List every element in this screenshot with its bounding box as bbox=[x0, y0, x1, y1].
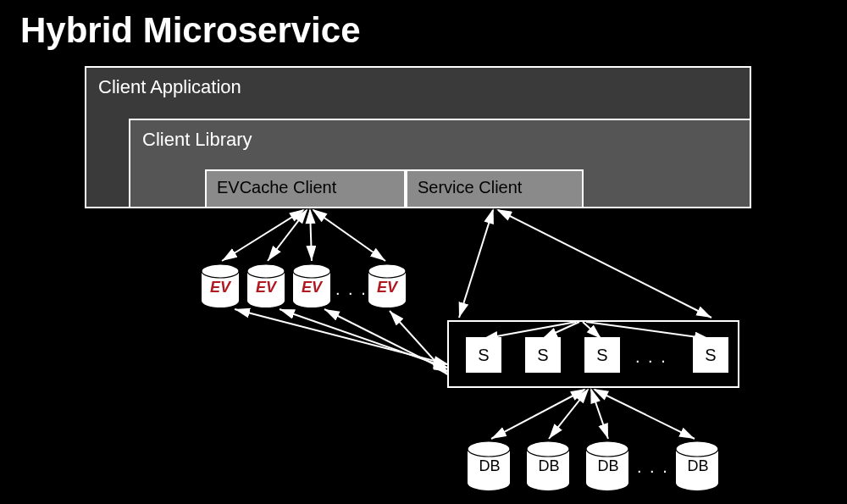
svg-line-34 bbox=[235, 309, 447, 364]
svg-point-0 bbox=[202, 294, 239, 307]
svg-line-26 bbox=[310, 210, 312, 261]
svg-rect-4 bbox=[247, 271, 285, 301]
service-client-label: Service Client bbox=[418, 178, 522, 197]
svg-point-14 bbox=[468, 441, 510, 457]
service-node: S bbox=[693, 337, 728, 373]
svg-point-20 bbox=[586, 441, 628, 457]
svg-line-29 bbox=[498, 210, 711, 318]
svg-point-18 bbox=[586, 475, 628, 490]
svg-rect-10 bbox=[368, 271, 406, 301]
ev-node-label: EV bbox=[302, 279, 322, 296]
ev-node-label: EV bbox=[256, 279, 276, 296]
svg-rect-13 bbox=[468, 449, 510, 483]
ev-node-label: EV bbox=[377, 279, 397, 296]
svg-line-28 bbox=[459, 210, 493, 318]
db-node-label: DB bbox=[536, 457, 562, 475]
svg-point-17 bbox=[527, 441, 569, 457]
ev-node-label: EV bbox=[210, 279, 230, 296]
svg-point-6 bbox=[293, 294, 330, 307]
ellipsis: . . . bbox=[635, 347, 667, 367]
client-application-label: Client Application bbox=[98, 76, 241, 97]
db-node-label: DB bbox=[477, 457, 502, 475]
svg-point-15 bbox=[527, 475, 569, 490]
ev-cylinder-3 bbox=[293, 264, 330, 307]
service-node: S bbox=[525, 337, 561, 373]
svg-rect-19 bbox=[586, 449, 628, 483]
svg-point-2 bbox=[202, 264, 239, 278]
db-cylinder-1 bbox=[468, 441, 510, 490]
svg-point-11 bbox=[368, 264, 406, 278]
svg-point-23 bbox=[676, 441, 718, 457]
svg-line-25 bbox=[268, 210, 307, 261]
ev-cylinder-2 bbox=[247, 264, 285, 307]
service-node-label: S bbox=[705, 346, 716, 365]
service-node: S bbox=[584, 337, 620, 373]
service-node-label: S bbox=[537, 346, 548, 365]
db-cylinder-2 bbox=[527, 441, 569, 490]
svg-point-3 bbox=[247, 294, 285, 307]
svg-line-27 bbox=[313, 210, 385, 261]
svg-line-40 bbox=[591, 390, 608, 439]
svg-point-12 bbox=[468, 475, 510, 490]
db-cylinder-4 bbox=[676, 441, 718, 490]
service-node-label: S bbox=[596, 346, 607, 365]
svg-point-8 bbox=[293, 264, 330, 278]
service-client-box: Service Client bbox=[406, 169, 584, 208]
svg-line-37 bbox=[390, 311, 447, 374]
svg-line-39 bbox=[549, 390, 588, 439]
svg-point-9 bbox=[368, 294, 406, 307]
svg-point-5 bbox=[247, 264, 285, 278]
svg-rect-16 bbox=[527, 449, 569, 483]
ev-cylinder-4 bbox=[368, 264, 406, 307]
svg-line-35 bbox=[280, 309, 447, 368]
svg-line-41 bbox=[595, 390, 695, 439]
svg-line-36 bbox=[324, 309, 447, 371]
db-node-label: DB bbox=[685, 457, 711, 475]
ellipsis: . . . bbox=[335, 280, 368, 299]
service-node: S bbox=[466, 337, 501, 373]
svg-rect-1 bbox=[202, 271, 239, 301]
client-library-label: Client Library bbox=[142, 129, 252, 150]
svg-line-24 bbox=[222, 210, 303, 261]
db-cylinder-3 bbox=[586, 441, 628, 490]
ellipsis: . . . bbox=[637, 457, 669, 477]
service-node-label: S bbox=[478, 346, 489, 365]
svg-point-21 bbox=[676, 475, 718, 490]
db-node-label: DB bbox=[595, 457, 621, 475]
svg-rect-22 bbox=[676, 449, 718, 483]
page-title: Hybrid Microservice bbox=[20, 10, 361, 51]
evcache-client-box: EVCache Client bbox=[205, 169, 406, 208]
ev-cylinder-1 bbox=[202, 264, 239, 307]
svg-rect-7 bbox=[293, 271, 330, 301]
svg-line-38 bbox=[491, 390, 584, 439]
evcache-client-label: EVCache Client bbox=[217, 178, 336, 197]
